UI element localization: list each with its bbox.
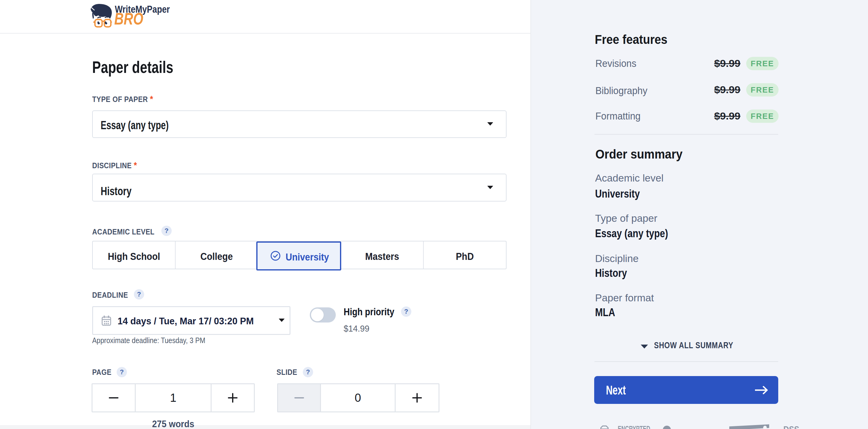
svg-text:BRO: BRO	[114, 9, 143, 28]
